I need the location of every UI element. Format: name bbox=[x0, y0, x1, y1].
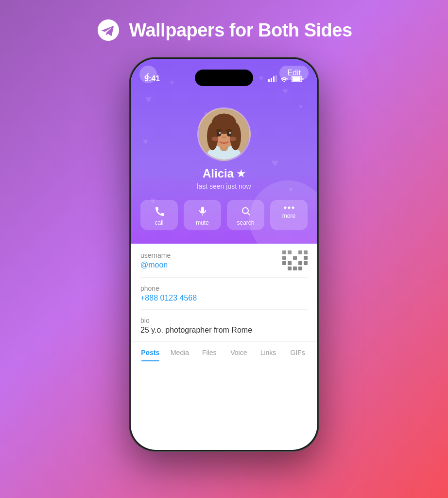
phone-screen: ♥ ♥ ♥ ♥ ♥ ♥ ♥ ♥ ♥ ♥ 9:41 bbox=[131, 59, 317, 450]
header-title: Wallpapers for Both Sides bbox=[129, 20, 352, 41]
svg-point-13 bbox=[230, 123, 241, 150]
more-label: more bbox=[282, 213, 295, 219]
svg-point-22 bbox=[288, 207, 290, 209]
status-icons bbox=[268, 75, 304, 82]
more-icon bbox=[284, 206, 294, 210]
svg-point-14 bbox=[217, 131, 221, 136]
svg-point-21 bbox=[284, 207, 286, 209]
tab-links[interactable]: Links bbox=[254, 342, 283, 361]
username-label: username bbox=[140, 251, 171, 259]
svg-point-18 bbox=[211, 137, 219, 141]
username-value[interactable]: @moon bbox=[140, 261, 171, 269]
page-header: Wallpapers for Both Sides bbox=[96, 18, 352, 43]
call-label: call bbox=[155, 219, 163, 226]
tab-voice[interactable]: Voice bbox=[224, 342, 254, 361]
dynamic-island bbox=[195, 70, 253, 86]
more-button[interactable]: more bbox=[270, 200, 308, 230]
call-button[interactable]: call bbox=[140, 200, 178, 230]
svg-rect-1 bbox=[271, 78, 272, 82]
svg-point-23 bbox=[292, 207, 294, 209]
svg-point-17 bbox=[229, 132, 231, 134]
avatar-image bbox=[199, 109, 249, 160]
profile-status: last seen just now bbox=[131, 182, 317, 190]
call-icon bbox=[154, 206, 165, 216]
profile-info-section: username @moon bbox=[131, 244, 317, 341]
avatar-container bbox=[131, 107, 317, 161]
bio-value: 25 y.o. photographer from Rome bbox=[140, 326, 308, 335]
svg-point-19 bbox=[229, 137, 236, 141]
status-bar: 9:41 bbox=[131, 64, 317, 88]
telegram-logo-icon bbox=[96, 18, 121, 43]
phone-label: phone bbox=[140, 285, 308, 292]
svg-rect-5 bbox=[293, 77, 301, 81]
tab-media[interactable]: Media bbox=[165, 342, 195, 361]
battery-icon bbox=[292, 76, 304, 82]
svg-point-16 bbox=[219, 132, 221, 134]
status-time: 9:41 bbox=[144, 74, 160, 83]
signal-icon bbox=[268, 75, 277, 82]
profile-name: Alicia ★ bbox=[131, 167, 317, 180]
svg-point-12 bbox=[207, 123, 218, 150]
bio-row: bio 25 y.o. photographer from Rome bbox=[140, 310, 308, 341]
phone-frame: ♥ ♥ ♥ ♥ ♥ ♥ ♥ ♥ ♥ ♥ 9:41 bbox=[129, 57, 319, 451]
avatar[interactable] bbox=[197, 107, 251, 161]
svg-rect-6 bbox=[302, 78, 304, 80]
mute-label: mute bbox=[196, 219, 209, 226]
svg-point-15 bbox=[227, 131, 231, 136]
svg-rect-3 bbox=[276, 75, 277, 82]
action-buttons-row: call mute search bbox=[131, 200, 317, 230]
svg-rect-0 bbox=[268, 79, 270, 82]
mute-icon bbox=[197, 206, 208, 216]
tabs-bar: Posts Media Files Voice Links GIFs bbox=[131, 341, 317, 361]
phone-value[interactable]: +888 0123 4568 bbox=[140, 294, 308, 302]
mute-button[interactable]: mute bbox=[184, 200, 221, 230]
star-icon: ★ bbox=[237, 168, 245, 179]
wifi-icon bbox=[280, 75, 289, 82]
name-text: Alicia bbox=[203, 167, 234, 180]
phone-row: phone +888 0123 4568 bbox=[140, 278, 308, 310]
search-label: search bbox=[237, 219, 254, 226]
search-button[interactable]: search bbox=[227, 200, 264, 230]
tab-gifs[interactable]: GIFs bbox=[283, 342, 312, 361]
profile-header-bg: ♥ ♥ ♥ ♥ ♥ ♥ ♥ ♥ ♥ ♥ 9:41 bbox=[131, 59, 317, 244]
search-icon bbox=[241, 206, 251, 216]
svg-rect-2 bbox=[273, 76, 275, 82]
tab-files[interactable]: Files bbox=[194, 342, 224, 361]
tab-posts[interactable]: Posts bbox=[136, 342, 165, 361]
bio-label: bio bbox=[140, 317, 308, 324]
